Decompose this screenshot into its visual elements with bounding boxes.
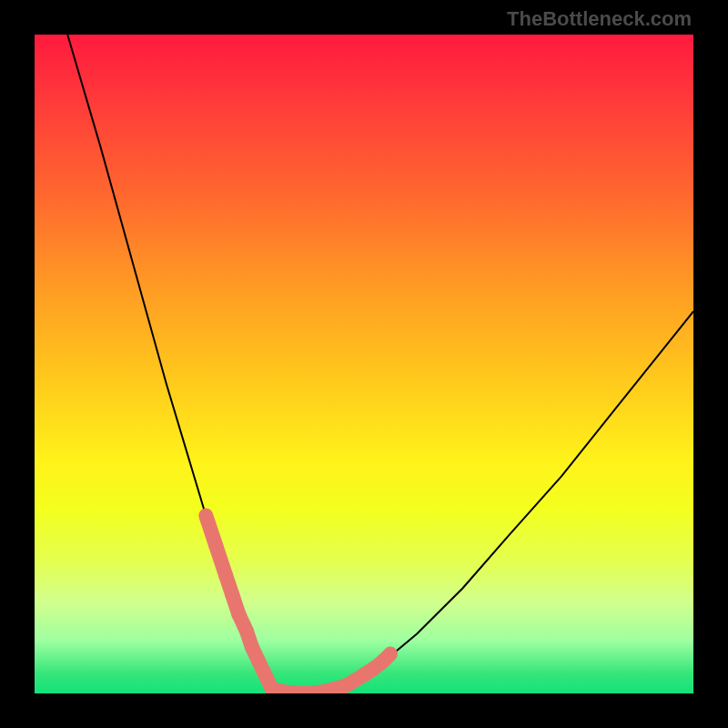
- attribution-text: TheBottleneck.com: [507, 7, 692, 31]
- plot-area: [35, 35, 693, 693]
- chart-frame: TheBottleneck.com: [0, 0, 728, 728]
